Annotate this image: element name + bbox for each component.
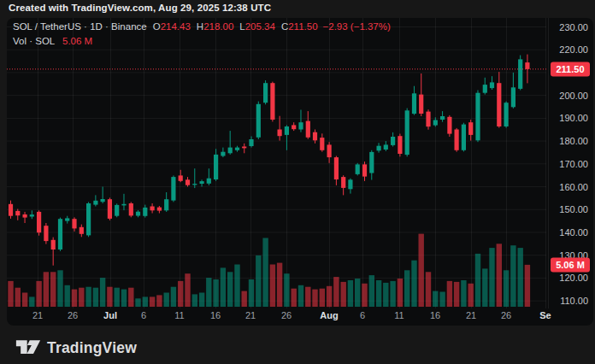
price-chart-canvas[interactable]: 230.00220.00210.00200.00190.00180.00170.…: [7, 18, 593, 326]
candle-body: [440, 116, 445, 120]
change-value: −2.93 (−1.37%): [323, 21, 391, 32]
volume-bar: [213, 279, 218, 307]
tradingview-footer[interactable]: TradingView: [15, 335, 137, 361]
volume-bar: [234, 265, 239, 308]
volume-bar: [57, 270, 62, 307]
last-price-badge-text: 211.50: [556, 64, 584, 74]
time-axis-label[interactable]: 26: [501, 310, 511, 320]
candle-body: [504, 103, 509, 126]
candle-body: [192, 184, 197, 185]
candle-body: [511, 87, 515, 107]
volume-bar: [510, 245, 515, 307]
volume-bar: [333, 277, 339, 307]
chart-pane[interactable]: 230.00220.00210.00200.00190.00180.00170.…: [7, 18, 593, 326]
volume-bar: [298, 285, 303, 307]
last-volume-badge-text: 5.06 M: [556, 260, 585, 270]
candle-body: [115, 205, 119, 216]
volume-bar: [199, 293, 204, 308]
price-axis-label[interactable]: 220.00: [559, 44, 588, 55]
candle-body: [356, 164, 360, 174]
volume-bar: [192, 294, 197, 307]
price-axis-label[interactable]: 200.00: [559, 91, 588, 101]
volume-bar: [369, 275, 374, 307]
volume-bar: [178, 281, 183, 307]
time-axis-label[interactable]: Se: [539, 310, 551, 320]
time-axis-label[interactable]: Aug: [320, 310, 338, 320]
volume-label: Vol · SOL: [13, 36, 55, 46]
time-axis-label[interactable]: Jul: [103, 310, 117, 320]
time-axis-label[interactable]: 16: [430, 310, 440, 320]
candle-body: [334, 157, 339, 179]
candle-body: [150, 207, 155, 211]
candle-body: [72, 219, 76, 228]
time-axis-label[interactable]: 26: [68, 310, 78, 320]
candle-body: [164, 199, 168, 210]
volume-bar: [128, 288, 133, 307]
volume-bar: [482, 268, 487, 307]
volume-bar: [270, 265, 275, 308]
candle-body: [221, 152, 225, 156]
time-axis-label[interactable]: 16: [210, 310, 221, 320]
price-axis-label[interactable]: 230.00: [559, 22, 588, 32]
price-axis-label[interactable]: 140.00: [559, 227, 588, 238]
candle-body: [80, 227, 84, 234]
candle-body: [249, 139, 253, 146]
candle-body: [426, 112, 430, 127]
candle-body: [235, 148, 239, 150]
candle-body: [483, 85, 487, 93]
time-axis-label[interactable]: 21: [466, 310, 476, 320]
candle-body: [278, 130, 282, 137]
price-axis-label[interactable]: 180.00: [559, 136, 588, 146]
candle-body: [157, 208, 162, 211]
price-axis-label[interactable]: 120.00: [559, 273, 588, 283]
candle-body: [341, 177, 345, 188]
price-axis-label[interactable]: 160.00: [559, 182, 588, 192]
volume-bar: [292, 289, 297, 307]
time-axis-label[interactable]: 21: [32, 310, 43, 320]
price-axis-label[interactable]: 190.00: [559, 113, 588, 123]
candle-body: [462, 125, 466, 150]
volume-bar: [65, 285, 70, 307]
candle-body: [468, 122, 473, 135]
volume-bar: [242, 291, 247, 307]
candle-body: [313, 132, 317, 141]
time-axis-label[interactable]: 11: [394, 310, 404, 320]
candle-body: [320, 138, 324, 150]
chart-legend[interactable]: SOL / TetherUS · 1D · BinanceO214.43H218…: [13, 20, 391, 49]
volume-bar: [22, 293, 27, 308]
price-axis-label[interactable]: 150.00: [559, 204, 588, 214]
time-axis-label[interactable]: 6: [360, 310, 365, 320]
candle-body: [348, 179, 352, 189]
time-axis-label[interactable]: 21: [245, 310, 256, 320]
volume-bar: [256, 255, 261, 307]
volume-bar: [44, 272, 49, 307]
candle-body: [525, 62, 529, 69]
candle-body: [15, 211, 20, 215]
time-axis-label[interactable]: 6: [141, 310, 146, 320]
volume-bar: [8, 281, 13, 307]
volume-bar: [185, 273, 190, 307]
candle-body: [200, 181, 204, 184]
volume-bar: [439, 292, 445, 308]
time-axis-label[interactable]: 11: [174, 310, 184, 320]
tradingview-logo-icon: [15, 338, 41, 358]
volume-bar: [15, 288, 21, 307]
volume-bar: [284, 273, 289, 307]
volume-bar: [277, 263, 282, 307]
time-axis-label[interactable]: 26: [281, 310, 292, 320]
candle-body: [447, 117, 451, 134]
volume-bar: [85, 287, 91, 307]
volume-bar: [115, 288, 120, 307]
volume-bar: [447, 281, 452, 307]
price-axis-label[interactable]: 110.00: [560, 296, 588, 306]
volume-bar: [93, 288, 98, 307]
volume-bar: [426, 272, 431, 307]
interval-label: 1D: [90, 21, 103, 32]
candle-body: [518, 59, 522, 89]
candle-body: [101, 199, 105, 202]
volume-bar: [518, 248, 523, 307]
volume-bar: [419, 234, 424, 307]
volume-bar: [36, 281, 41, 307]
price-axis-label[interactable]: 170.00: [559, 159, 588, 169]
volume-bar: [79, 288, 84, 307]
